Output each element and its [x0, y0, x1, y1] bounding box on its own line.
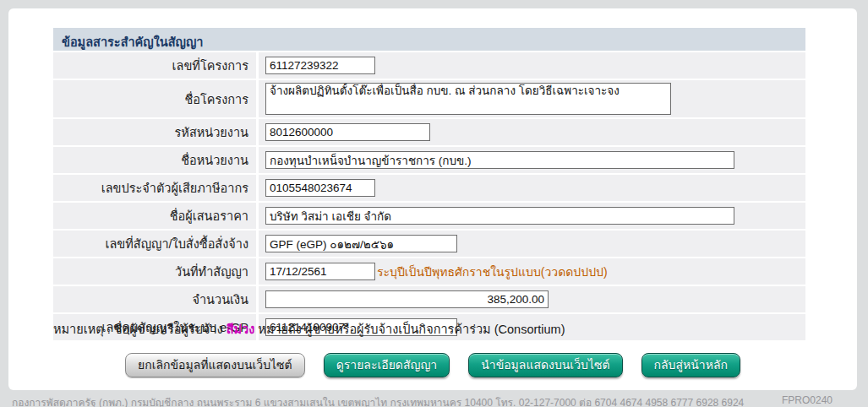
project-no-input[interactable]: [265, 57, 375, 74]
page-footer: กองการพัสดุภาครัฐ (กพภ.) กรมบัญชีกลาง ถน…: [0, 394, 868, 407]
agency-name-label: ชื่อหน่วยงาน: [53, 147, 256, 173]
row-amount: จำนวนเงิน: [53, 286, 805, 312]
buddhist-year-hint: ระบุปีเป็นปีพุทธศักราชในรูปแบบ(ววดดปปปป): [377, 263, 608, 281]
project-name-textarea[interactable]: จ้างผลิตปฏิทินตั้งโต๊ะเพื่อเป็นสื่อ กบข.…: [265, 83, 671, 115]
amount-input[interactable]: [265, 290, 549, 308]
contract-no-label: เลขที่สัญญา/ใบสั่งซื้อสั่งจ้าง: [53, 231, 256, 257]
amount-label: จำนวนเงิน: [53, 286, 256, 312]
row-contract-date: วันที่ทำสัญญา ระบุปีเป็นปีพุทธศักราชในรู…: [53, 258, 805, 285]
consortium-note-highlight: สีม่วง: [227, 323, 255, 336]
view-contract-detail-button[interactable]: ดูรายละเอียดสัญญา: [324, 353, 450, 377]
agency-code-input[interactable]: [265, 123, 430, 141]
consortium-note-suffix: หมายถึง ผู้ขายหรือผู้รับจ้างเป็นกิจการค้…: [254, 323, 565, 336]
row-agency-name: ชื่อหน่วยงาน: [53, 147, 805, 173]
consortium-note: หมายเหตุ : ชื่อผู้ขายหรือผู้รับจ้าง สีม่…: [53, 319, 565, 339]
tax-id-input[interactable]: [265, 179, 375, 197]
bidder-name-input[interactable]: [265, 207, 734, 225]
contract-no-input[interactable]: [265, 235, 457, 252]
table-title: ข้อมูลสาระสำคัญในสัญญา: [53, 28, 805, 51]
agency-code-label: รหัสหน่วยงาน: [53, 119, 256, 145]
row-project-name: ชื่อโครงการ จ้างผลิตปฏิทินตั้งโต๊ะเพื่อเ…: [53, 80, 805, 117]
footer-form-code: FPRO0240: [782, 394, 833, 407]
row-tax-id: เลขประจำตัวผู้เสียภาษีอากร: [53, 175, 805, 201]
contract-date-input[interactable]: [265, 263, 375, 280]
row-contract-no: เลขที่สัญญา/ใบสั่งซื้อสั่งจ้าง: [53, 231, 805, 257]
contract-summary-table: ข้อมูลสาระสำคัญในสัญญา เลขที่โครงการ ชื่…: [53, 28, 805, 340]
publish-web-data-button[interactable]: นำข้อมูลแสดงบนเว็บไซต์: [468, 353, 622, 377]
contract-date-label: วันที่ทำสัญญา: [53, 258, 256, 285]
bidder-name-label: ชื่อผู้เสนอราคา: [53, 203, 256, 229]
tax-id-label: เลขประจำตัวผู้เสียภาษีอากร: [53, 175, 256, 201]
project-name-label: ชื่อโครงการ: [53, 80, 256, 117]
agency-name-input[interactable]: [265, 151, 734, 169]
row-project-no: เลขที่โครงการ: [53, 52, 805, 79]
content-panel: ข้อมูลสาระสำคัญในสัญญา เลขที่โครงการ ชื่…: [8, 8, 857, 390]
project-no-label: เลขที่โครงการ: [53, 52, 256, 79]
cancel-web-data-button[interactable]: ยกเลิกข้อมูลที่แสดงบนเว็บไซต์: [125, 353, 305, 377]
consortium-note-prefix: หมายเหตุ : ชื่อผู้ขายหรือผู้รับจ้าง: [53, 323, 227, 336]
action-buttons: ยกเลิกข้อมูลที่แสดงบนเว็บไซต์ ดูรายละเอี…: [8, 353, 857, 377]
row-bidder-name: ชื่อผู้เสนอราคา: [53, 203, 805, 229]
back-to-home-button[interactable]: กลับสู่หน้าหลัก: [641, 353, 740, 377]
footer-address: กองการพัสดุภาครัฐ (กพภ.) กรมบัญชีกลาง ถน…: [12, 394, 744, 407]
row-agency-code: รหัสหน่วยงาน: [53, 119, 805, 145]
